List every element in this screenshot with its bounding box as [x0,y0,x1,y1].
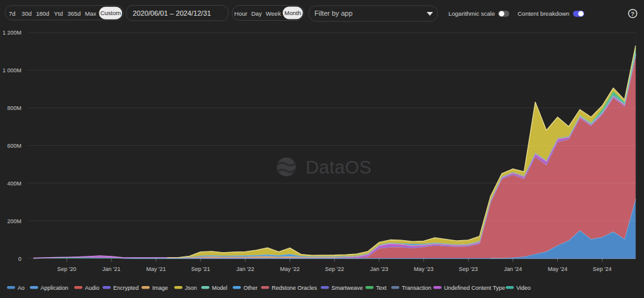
svg-text:800M: 800M [7,105,21,111]
svg-text:Content breakdown: Content breakdown [518,10,569,17]
svg-text:30d: 30d [21,10,31,17]
svg-text:Jan '21: Jan '21 [103,266,121,272]
svg-text:600M: 600M [7,143,21,149]
svg-text:Model: Model [212,285,228,291]
svg-text:0: 0 [18,256,21,262]
svg-text:Jan '24: Jan '24 [504,266,522,272]
svg-text:Video: Video [516,285,531,291]
svg-text:May '23: May '23 [414,266,433,272]
svg-text:Jan '23: Jan '23 [370,266,388,272]
svg-text:Sep '22: Sep '22 [325,266,344,272]
svg-text:Sep '24: Sep '24 [592,266,611,272]
svg-text:Sep '20: Sep '20 [57,266,76,272]
svg-text:200M: 200M [7,218,21,224]
svg-text:Custom: Custom [100,9,121,16]
svg-text:Jan '22: Jan '22 [236,266,255,272]
svg-text:Week: Week [266,10,281,17]
svg-text:Logarithmic scale: Logarithmic scale [448,10,495,17]
svg-text:Day: Day [251,10,262,17]
svg-text:Encrypted: Encrypted [113,285,139,291]
svg-text:2020/06/01 – 2024/12/31: 2020/06/01 – 2024/12/31 [133,9,211,17]
svg-text:Smartweave: Smartweave [331,285,363,291]
svg-text:400M: 400M [7,180,21,187]
svg-text:Ao: Ao [18,285,25,291]
svg-text:1 000M: 1 000M [3,67,21,74]
svg-text:Application: Application [41,285,69,291]
svg-text:Sep '23: Sep '23 [459,266,478,272]
svg-text:May '21: May '21 [146,266,165,272]
svg-text:Sep '21: Sep '21 [191,266,210,272]
svg-text:365d: 365d [67,10,80,17]
svg-text:Ytd: Ytd [54,10,63,17]
svg-text:Undefined Content Type: Undefined Content Type [444,285,505,291]
svg-text:Max: Max [85,10,96,17]
svg-text:Filter by app: Filter by app [314,9,353,17]
svg-text:Hour: Hour [235,10,248,17]
svg-text:Text: Text [376,285,387,291]
svg-text:Image: Image [152,285,168,291]
svg-text:180d: 180d [36,10,49,17]
svg-text:Redstone Oracles: Redstone Oracles [272,285,318,291]
svg-text:Other: Other [243,285,258,291]
svg-text:Json: Json [185,285,197,291]
svg-text:?: ? [631,10,635,17]
svg-text:DataOS: DataOS [306,157,372,177]
svg-text:7d: 7d [9,10,16,17]
svg-text:May '24: May '24 [548,266,567,272]
svg-text:Audio: Audio [85,285,99,291]
svg-text:1 200M: 1 200M [3,30,21,36]
svg-text:Month: Month [284,9,301,16]
svg-text:May '22: May '22 [280,266,299,272]
svg-text:Transaction: Transaction [402,285,431,291]
